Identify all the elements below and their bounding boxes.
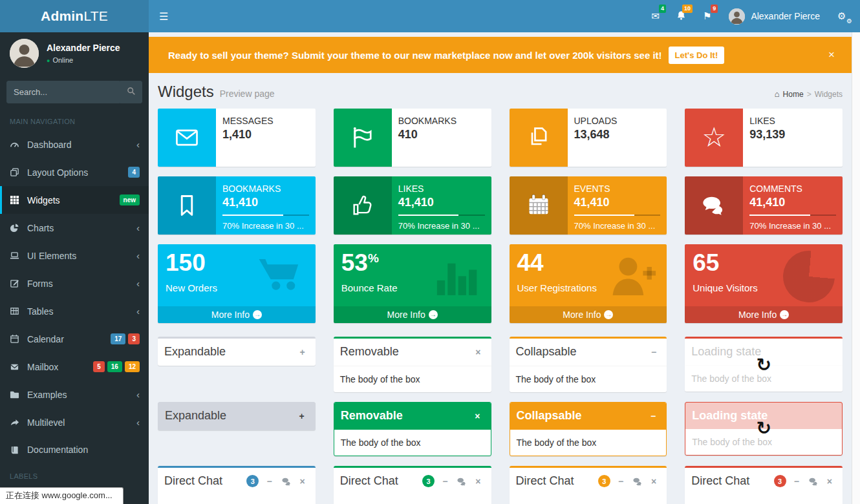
more-info-link[interactable]: More Info→	[510, 306, 667, 323]
progress-track	[749, 215, 836, 216]
more-info-link[interactable]: More Info→	[685, 306, 843, 323]
ui-elements-icon	[10, 251, 27, 260]
content-header: Widgets Preview page ⌂ Home > Widgets	[149, 73, 852, 109]
comments-icon	[685, 176, 743, 235]
more-info-link[interactable]: More Info→	[334, 306, 491, 323]
collapse-button[interactable]: −	[614, 474, 627, 488]
info-box-bookmarks-progress: BOOKMARKS 41,410 70% Increase in 30 ...	[158, 176, 316, 235]
arrow-circle-icon: →	[429, 310, 438, 319]
info-box-events-progress: EVENTS 41,410 70% Increase in 30 ...	[510, 176, 667, 235]
notifications-menu[interactable]: 10	[668, 0, 694, 32]
tasks-menu[interactable]: ⚑ 9	[694, 0, 720, 32]
chat-contacts-button[interactable]	[453, 475, 470, 488]
sidebar-section-header: MAIN NAVIGATION	[0, 110, 149, 131]
collapse-button[interactable]: −	[438, 474, 451, 488]
breadcrumb: ⌂ Home > Widgets	[775, 89, 843, 99]
chat-counter-badge: 3	[774, 475, 786, 487]
box-body: The body of the box	[510, 430, 667, 456]
count-badge: 16	[107, 361, 122, 372]
info-box-uploads: UPLOADS13,648	[510, 109, 667, 167]
settings-menu[interactable]: ⚙⚙	[829, 0, 860, 32]
arrow-circle-icon: →	[253, 310, 262, 319]
expand-button[interactable]: +	[296, 345, 309, 359]
info-box-likes-progress: LIKES 41,410 70% Increase in 30 ...	[334, 176, 491, 235]
remove-button[interactable]: ×	[296, 474, 309, 488]
collapse-button[interactable]: −	[647, 409, 660, 423]
widgets-icon	[10, 195, 27, 205]
calendar-icon	[10, 334, 27, 344]
search-button[interactable]	[120, 81, 142, 103]
remove-button[interactable]: ×	[823, 474, 836, 488]
more-info-link[interactable]: More Info→	[158, 306, 316, 323]
box-body: The body of the box	[510, 366, 667, 392]
app-logo[interactable]: AdminLTE	[0, 0, 149, 32]
sidebar-search	[6, 81, 142, 103]
sidebar-user-name: Alexander Pierce	[47, 43, 120, 53]
sidebar-item-multilevel[interactable]: Multilevel ‹	[0, 408, 149, 436]
sidebar-item-tables[interactable]: Tables ‹	[0, 297, 149, 325]
copy-icon	[510, 109, 568, 167]
info-box-likes: ☆ LIKES93,139	[685, 109, 843, 167]
messages-menu[interactable]: ✉ 4	[643, 0, 668, 32]
chevron-left-icon: ‹	[136, 250, 140, 261]
sidebar-item-documentation[interactable]: Documentation	[0, 436, 149, 463]
progress-track	[574, 215, 661, 216]
close-icon[interactable]: ×	[822, 48, 841, 61]
sidebar-item-mailbox[interactable]: Mailbox 5 16 12	[0, 353, 149, 381]
expand-button[interactable]: +	[296, 409, 308, 423]
progress-bar	[574, 215, 635, 216]
scrollbar[interactable]	[852, 32, 860, 504]
sidebar-item-ui-elements[interactable]: UI Elements ‹	[0, 242, 149, 269]
sidebar-item-charts[interactable]: Charts ‹	[0, 214, 149, 242]
avatar	[729, 8, 745, 25]
sidebar-user-status[interactable]: ●Online	[47, 56, 120, 64]
remove-button[interactable]: ×	[647, 474, 660, 488]
breadcrumb-home-link[interactable]: Home	[783, 90, 804, 99]
browser-status-bar: 正在连接 www.google.com...	[0, 487, 124, 504]
documentation-icon	[10, 445, 27, 455]
loading-overlay: ↻	[685, 403, 842, 455]
box-expandable-solid: Expandable +	[158, 402, 316, 430]
box-collapsable-solid: Collapsable − The body of the box	[510, 402, 667, 456]
chevron-left-icon: ‹	[136, 306, 140, 317]
lets-do-it-button[interactable]: Let's Do It!	[669, 47, 725, 64]
info-box-comments-progress: COMMENTS 41,410 70% Increase in 30 ...	[685, 176, 843, 235]
box-loading-state: Loading state The body of the box ↻	[685, 337, 843, 392]
sidebar-item-layout-options[interactable]: Layout Options 4	[0, 158, 149, 186]
thumbs-up-icon	[334, 176, 392, 235]
loading-overlay: ↻	[685, 339, 843, 392]
sidebar-item-dashboard[interactable]: Dashboard ‹	[0, 131, 149, 158]
collapse-button[interactable]: −	[263, 474, 275, 488]
search-input[interactable]	[6, 81, 120, 103]
chat-contacts-button[interactable]	[629, 475, 646, 488]
progress-box-row: BOOKMARKS 41,410 70% Increase in 30 ... …	[149, 176, 852, 235]
online-dot-icon: ●	[47, 58, 50, 64]
chat-contacts-button[interactable]	[277, 475, 295, 488]
sidebar-item-calendar[interactable]: Calendar 17 3	[0, 325, 149, 353]
small-box-unique-visitors: 65 Unique Visitors More Info→	[685, 244, 843, 323]
remove-button[interactable]: ×	[471, 409, 484, 423]
chat-counter-badge: 3	[422, 475, 435, 487]
star-icon: ☆	[685, 109, 743, 167]
chat-contacts-button[interactable]	[804, 475, 822, 488]
direct-chat-box: Direct Chat 3 − ×	[334, 466, 491, 504]
remove-button[interactable]: ×	[471, 474, 484, 488]
sidebar-item-widgets[interactable]: Widgets new	[0, 186, 149, 214]
examples-icon	[10, 390, 27, 399]
chat-counter-badge: 3	[598, 475, 610, 487]
collapse-button[interactable]: −	[647, 345, 660, 359]
user-menu[interactable]: Alexander Pierce	[720, 0, 829, 32]
navbar: ☰ ✉ 4 10 ⚑ 9 Alexander Pierce ⚙⚙	[149, 0, 860, 32]
progress-bar	[222, 215, 283, 216]
remove-button[interactable]: ×	[471, 345, 484, 359]
page-subtitle: Preview page	[220, 89, 275, 99]
collapse-button[interactable]: −	[790, 474, 803, 488]
sidebar-item-forms[interactable]: Forms ‹	[0, 269, 149, 297]
sidebar-item-examples[interactable]: Examples ‹	[0, 381, 149, 408]
envelope-icon: ✉	[651, 10, 660, 22]
small-box-row: 150 New Orders More Info→ 53% Bounce Rat…	[149, 244, 852, 323]
content-area: Ready to sell your theme? Submit your th…	[149, 32, 860, 504]
sidebar: Alexander Pierce ●Online MAIN NAVIGATION…	[0, 32, 149, 504]
avatar	[10, 39, 39, 68]
sidebar-toggle-button[interactable]: ☰	[149, 0, 178, 32]
